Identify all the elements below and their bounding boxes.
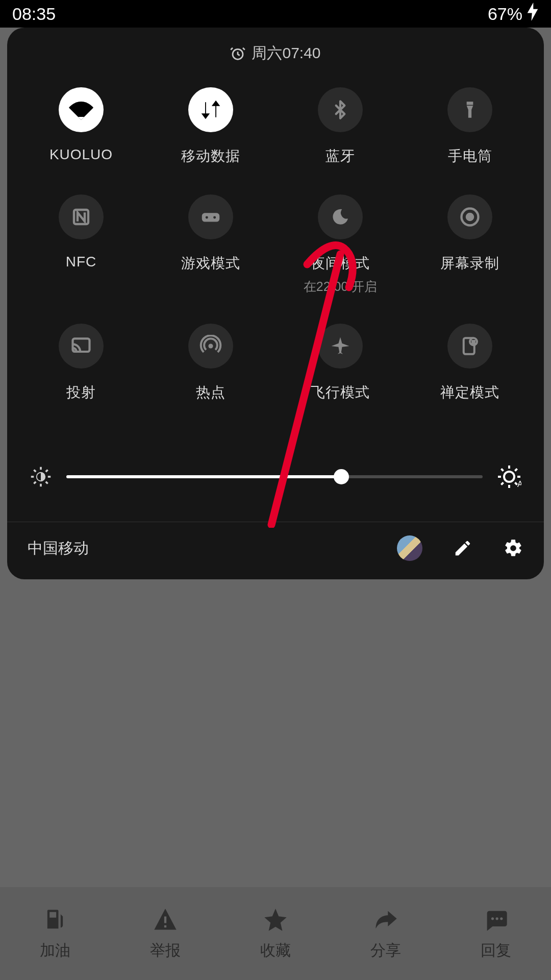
auto-brightness-icon[interactable]: A bbox=[497, 464, 521, 489]
slider-thumb[interactable] bbox=[334, 469, 349, 484]
tile-wifi[interactable]: KUOLUO bbox=[16, 87, 146, 194]
nav-item-reply[interactable]: 回复 bbox=[481, 906, 511, 961]
flashlight-icon bbox=[447, 87, 492, 132]
nav-report-label: 举报 bbox=[150, 940, 181, 961]
tile-night-mode[interactable]: 夜间模式 在22:00 开启 bbox=[276, 194, 405, 324]
tile-cast-label: 投射 bbox=[66, 383, 96, 402]
moon-icon bbox=[318, 194, 363, 239]
alarm-clock-icon bbox=[230, 46, 245, 61]
brightness-slider[interactable] bbox=[66, 471, 483, 482]
status-right-cluster: 67% bbox=[488, 3, 539, 25]
tile-zen-label: 禅定模式 bbox=[440, 383, 499, 402]
tile-nfc-label: NFC bbox=[66, 254, 97, 270]
status-bar: 08:35 67% bbox=[0, 0, 551, 28]
tile-data-label: 移动数据 bbox=[181, 146, 240, 166]
star-icon bbox=[262, 906, 289, 933]
battery-percent: 67% bbox=[488, 4, 522, 24]
tile-night-label: 夜间模式 bbox=[311, 254, 370, 273]
svg-rect-34 bbox=[164, 916, 166, 923]
tile-game-mode[interactable]: 游戏模式 bbox=[146, 194, 276, 324]
background-bottom-nav: 加油 举报 收藏 分享 回复 bbox=[0, 887, 551, 980]
svg-text:z: z bbox=[472, 339, 474, 345]
svg-rect-35 bbox=[164, 925, 166, 927]
nav-item-fuel[interactable]: 加油 bbox=[40, 906, 70, 961]
svg-point-11 bbox=[208, 344, 213, 348]
svg-line-32 bbox=[515, 469, 517, 471]
tile-hotspot-label: 热点 bbox=[196, 383, 226, 402]
svg-point-24 bbox=[504, 472, 514, 482]
quick-settings-panel: 周六07:40 KUOLUO 移动数据 蓝牙 手电筒 bbox=[7, 28, 544, 579]
nav-item-share[interactable]: 分享 bbox=[370, 906, 401, 961]
user-avatar[interactable] bbox=[397, 535, 422, 561]
slider-fill bbox=[66, 475, 341, 478]
tile-bluetooth[interactable]: 蓝牙 bbox=[276, 87, 405, 194]
nav-item-favorite[interactable]: 收藏 bbox=[260, 906, 291, 961]
svg-rect-2 bbox=[467, 102, 473, 105]
brightness-row: A bbox=[7, 446, 544, 522]
svg-line-21 bbox=[46, 482, 48, 484]
charging-icon bbox=[527, 3, 539, 25]
nav-share-label: 分享 bbox=[370, 940, 401, 961]
brightness-low-icon bbox=[30, 465, 52, 488]
next-alarm-row[interactable]: 周六07:40 bbox=[7, 39, 544, 87]
svg-rect-4 bbox=[202, 213, 220, 222]
share-icon bbox=[372, 906, 399, 933]
tile-wifi-label: KUOLUO bbox=[49, 146, 113, 163]
panel-footer: 中国移动 bbox=[7, 522, 544, 579]
svg-point-38 bbox=[500, 917, 503, 920]
tile-cast[interactable]: 投射 bbox=[16, 324, 146, 431]
tile-airplane[interactable]: 飞行模式 bbox=[276, 324, 405, 431]
svg-point-37 bbox=[496, 917, 498, 920]
tile-record-label: 屏幕录制 bbox=[440, 254, 499, 273]
gamepad-icon bbox=[188, 194, 233, 239]
nav-fav-label: 收藏 bbox=[260, 940, 291, 961]
svg-line-22 bbox=[34, 482, 36, 484]
tile-flashlight-label: 手电筒 bbox=[448, 146, 492, 166]
nfc-icon bbox=[59, 194, 104, 239]
warning-icon bbox=[152, 906, 179, 933]
zen-icon: z bbox=[447, 324, 492, 369]
svg-point-6 bbox=[213, 216, 216, 218]
tile-hotspot[interactable]: 热点 bbox=[146, 324, 276, 431]
tile-airplane-label: 飞行模式 bbox=[311, 383, 370, 402]
record-icon bbox=[447, 194, 492, 239]
svg-point-5 bbox=[206, 216, 208, 218]
mobile-data-icon bbox=[188, 87, 233, 132]
svg-point-36 bbox=[491, 917, 494, 920]
carrier-label: 中国移动 bbox=[28, 538, 89, 559]
settings-button[interactable] bbox=[503, 538, 523, 558]
airplane-icon bbox=[318, 324, 363, 369]
nav-reply-label: 回复 bbox=[481, 940, 511, 961]
tile-night-sublabel: 在22:00 开启 bbox=[304, 278, 378, 295]
tile-mobile-data[interactable]: 移动数据 bbox=[146, 87, 276, 194]
tile-screen-record[interactable]: 屏幕录制 bbox=[405, 194, 535, 324]
tile-flashlight[interactable]: 手电筒 bbox=[405, 87, 535, 194]
svg-line-30 bbox=[515, 482, 517, 484]
tile-zen-mode[interactable]: z 禅定模式 bbox=[405, 324, 535, 431]
svg-line-23 bbox=[46, 470, 48, 472]
wifi-icon bbox=[59, 87, 104, 132]
nav-item-report[interactable]: 举报 bbox=[150, 906, 181, 961]
tiles-grid: KUOLUO 移动数据 蓝牙 手电筒 NFC bbox=[7, 87, 544, 446]
next-alarm-text: 周六07:40 bbox=[252, 43, 320, 64]
svg-text:A: A bbox=[517, 480, 521, 488]
hotspot-icon bbox=[188, 324, 233, 369]
svg-marker-1 bbox=[78, 117, 84, 120]
tile-bluetooth-label: 蓝牙 bbox=[325, 146, 355, 166]
cast-icon bbox=[59, 324, 104, 369]
fuel-icon bbox=[42, 906, 68, 933]
bluetooth-icon bbox=[318, 87, 363, 132]
tile-nfc[interactable]: NFC bbox=[16, 194, 146, 324]
tile-game-label: 游戏模式 bbox=[181, 254, 240, 273]
svg-line-31 bbox=[501, 482, 503, 484]
svg-line-20 bbox=[34, 470, 36, 472]
edit-tiles-button[interactable] bbox=[453, 538, 472, 558]
svg-point-8 bbox=[466, 213, 474, 222]
chat-icon bbox=[483, 906, 509, 933]
nav-fuel-label: 加油 bbox=[40, 940, 70, 961]
svg-point-10 bbox=[72, 350, 74, 352]
status-time: 08:35 bbox=[12, 4, 56, 24]
svg-line-29 bbox=[501, 469, 503, 471]
footer-actions bbox=[397, 535, 523, 561]
